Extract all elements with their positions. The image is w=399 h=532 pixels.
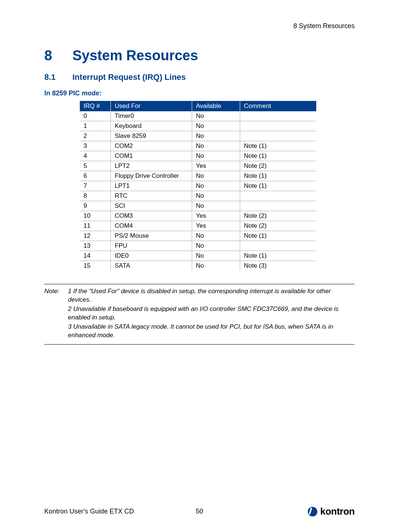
cell-avail: No xyxy=(192,131,240,141)
cell-avail: No xyxy=(192,181,240,191)
cell-avail: No xyxy=(192,231,240,241)
cell-comment: Note (2) xyxy=(240,221,316,231)
section-title: Interrupt Request (IRQ) Lines xyxy=(72,72,186,82)
cell-comment: Note (1) xyxy=(240,181,316,191)
cell-comment: Note (1) xyxy=(240,171,316,181)
col-available: Available xyxy=(192,101,240,111)
cell-avail: No xyxy=(192,241,240,251)
table-row: 7LPT1NoNote (1) xyxy=(80,181,316,191)
table-row: 1KeyboardNo xyxy=(80,121,316,131)
table-row: 3COM2NoNote (1) xyxy=(80,141,316,151)
cell-used: IDE0 xyxy=(111,251,192,261)
cell-used: Slave 8259 xyxy=(111,131,192,141)
cell-avail: No xyxy=(192,201,240,211)
cell-irq: 14 xyxy=(80,251,111,261)
table-row: 10COM3YesNote (2) xyxy=(80,211,316,221)
table-row: 0Timer0No xyxy=(80,111,316,121)
note-label: Note: xyxy=(44,287,68,340)
cell-comment: Note (1) xyxy=(240,141,316,151)
cell-avail: Yes xyxy=(192,221,240,231)
note-block: Note: 1 If the "Used For" device is disa… xyxy=(44,284,355,345)
cell-used: PS/2 Mouse xyxy=(111,231,192,241)
table-row: 8RTCNo xyxy=(80,191,316,201)
cell-used: RTC xyxy=(111,191,192,201)
cell-comment: Note (1) xyxy=(240,251,316,261)
cell-comment: Note (2) xyxy=(240,161,316,171)
note-line: 1 If the "Used For" device is disabled i… xyxy=(68,287,355,304)
table-row: 5LPT2YesNote (2) xyxy=(80,161,316,171)
table-row: 6Floppy Drive ControllerNoNote (1) xyxy=(80,171,316,181)
cell-irq: 3 xyxy=(80,141,111,151)
footer-page-number: 50 xyxy=(188,508,211,515)
cell-irq: 1 xyxy=(80,121,111,131)
cell-comment: Note (1) xyxy=(240,231,316,241)
cell-comment xyxy=(240,111,316,121)
footer-brand: kontron xyxy=(211,506,355,517)
table-row: 2Slave 8259No xyxy=(80,131,316,141)
subsection-label: In 8259 PIC mode: xyxy=(44,89,355,97)
chapter-number: 8 xyxy=(44,48,72,64)
cell-irq: 9 xyxy=(80,201,111,211)
cell-comment xyxy=(240,241,316,251)
cell-used: LPT1 xyxy=(111,181,192,191)
cell-irq: 2 xyxy=(80,131,111,141)
col-comment: Comment xyxy=(240,101,316,111)
col-used-for: Used For xyxy=(111,101,192,111)
cell-comment: Note (3) xyxy=(240,261,316,271)
col-irq: IRQ # xyxy=(80,101,111,111)
cell-irq: 15 xyxy=(80,261,111,271)
cell-irq: 6 xyxy=(80,171,111,181)
cell-avail: No xyxy=(192,251,240,261)
cell-used: COM3 xyxy=(111,211,192,221)
note-line: 3 Unavailable in SATA legacy mode. It ca… xyxy=(68,323,355,340)
cell-used: SATA xyxy=(111,261,192,271)
cell-used: COM1 xyxy=(111,151,192,161)
cell-used: COM4 xyxy=(111,221,192,231)
page-footer: Kontron User's Guide ETX CD 50 kontron xyxy=(44,506,355,517)
cell-used: SCI xyxy=(111,201,192,211)
cell-irq: 5 xyxy=(80,161,111,171)
footer-doc-title: Kontron User's Guide ETX CD xyxy=(44,508,188,515)
cell-comment xyxy=(240,201,316,211)
cell-used: LPT2 xyxy=(111,161,192,171)
cell-irq: 8 xyxy=(80,191,111,201)
table-row: 15SATANoNote (3) xyxy=(80,261,316,271)
cell-comment: Note (2) xyxy=(240,211,316,221)
running-header: 8 System Resources xyxy=(44,22,355,30)
cell-comment: Note (1) xyxy=(240,151,316,161)
cell-irq: 13 xyxy=(80,241,111,251)
cell-avail: No xyxy=(192,191,240,201)
cell-avail: No xyxy=(192,141,240,151)
cell-avail: No xyxy=(192,171,240,181)
chapter-title: System Resources xyxy=(72,48,198,64)
chapter-heading: 8 System Resources xyxy=(44,48,355,64)
note-body: 1 If the "Used For" device is disabled i… xyxy=(68,287,355,340)
irq-table: IRQ # Used For Available Comment 0Timer0… xyxy=(80,101,316,271)
table-row: 11COM4YesNote (2) xyxy=(80,221,316,231)
cell-irq: 7 xyxy=(80,181,111,191)
cell-irq: 4 xyxy=(80,151,111,161)
section-number: 8.1 xyxy=(44,72,72,82)
cell-irq: 12 xyxy=(80,231,111,241)
cell-used: COM2 xyxy=(111,141,192,151)
cell-comment xyxy=(240,121,316,131)
kontron-logo-icon xyxy=(308,507,317,516)
cell-avail: Yes xyxy=(192,161,240,171)
cell-used: Floppy Drive Controller xyxy=(111,171,192,181)
cell-used: Timer0 xyxy=(111,111,192,121)
section-heading: 8.1 Interrupt Request (IRQ) Lines xyxy=(44,72,355,82)
cell-avail: No xyxy=(192,261,240,271)
cell-avail: No xyxy=(192,121,240,131)
cell-avail: No xyxy=(192,111,240,121)
kontron-logo-text: kontron xyxy=(320,506,355,517)
cell-irq: 10 xyxy=(80,211,111,221)
table-row: 12PS/2 MouseNoNote (1) xyxy=(80,231,316,241)
note-line: 2 Unavailable if baseboard is equipped w… xyxy=(68,305,355,322)
cell-used: Keyboard xyxy=(111,121,192,131)
table-row: 14IDE0NoNote (1) xyxy=(80,251,316,261)
cell-irq: 0 xyxy=(80,111,111,121)
cell-used: FPU xyxy=(111,241,192,251)
cell-comment xyxy=(240,191,316,201)
cell-irq: 11 xyxy=(80,221,111,231)
table-row: 13FPUNo xyxy=(80,241,316,251)
